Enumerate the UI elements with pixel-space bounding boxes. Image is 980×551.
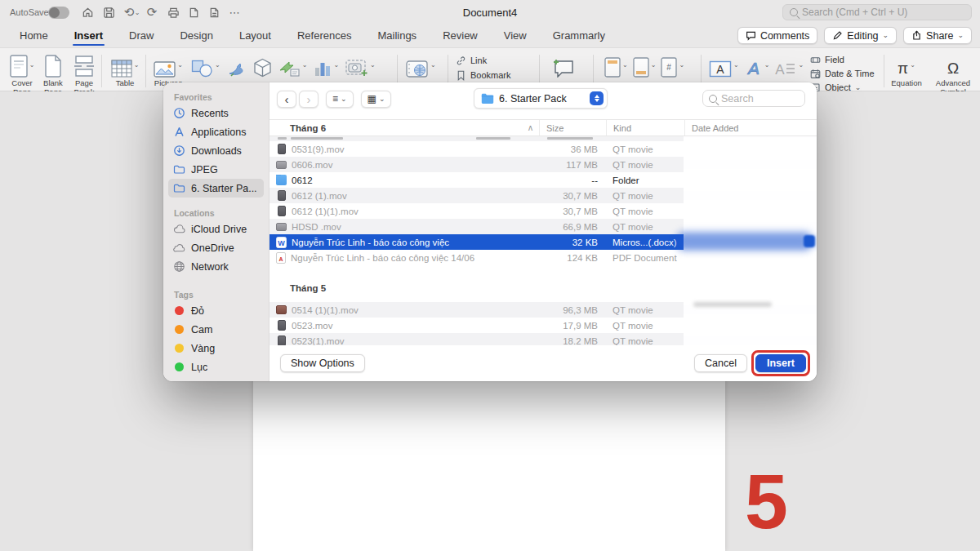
tab-design[interactable]: Design bbox=[167, 25, 225, 47]
word-doc-icon: W bbox=[276, 237, 287, 248]
page-break-button[interactable]: Page Break bbox=[69, 51, 100, 97]
column-header-date-added[interactable]: Date Added bbox=[684, 120, 817, 136]
sidebar-tag-đỏ[interactable]: Đỏ bbox=[168, 301, 264, 320]
tab-view[interactable]: View bbox=[491, 25, 540, 47]
icloud-icon bbox=[173, 223, 185, 235]
column-headers: Tháng 6ᴧ Size Kind Date Added bbox=[270, 119, 817, 136]
file-size: 117 MB bbox=[539, 160, 606, 170]
editing-label: Editing bbox=[847, 30, 878, 42]
step-number-annotation: 5 bbox=[745, 457, 788, 546]
cube-icon bbox=[253, 58, 272, 78]
tab-references[interactable]: References bbox=[284, 25, 364, 47]
shapes-icon bbox=[191, 60, 213, 78]
column-header-size[interactable]: Size bbox=[539, 120, 606, 136]
advanced-symbol-button[interactable]: Ω Advanced Symbol bbox=[933, 51, 973, 97]
chart-button[interactable]: ⌄ bbox=[314, 51, 339, 78]
tab-insert[interactable]: Insert bbox=[61, 25, 116, 47]
chevron-down-icon: ⌄ bbox=[855, 84, 862, 91]
file-list: 0531(9).mov36 MBQT movie0606.mov117 MBQT… bbox=[270, 136, 817, 345]
folder-dropdown[interactable]: 6. Starter Pack bbox=[474, 88, 608, 109]
shapes-button[interactable]: ⌄ bbox=[191, 51, 220, 78]
sidebar-item-downloads[interactable]: Downloads bbox=[168, 141, 264, 160]
back-button[interactable]: ‹ bbox=[277, 91, 296, 108]
bookmark-button[interactable]: Bookmark bbox=[456, 69, 511, 82]
column-header-name[interactable]: Tháng 6ᴧ bbox=[270, 123, 539, 133]
video-file-icon bbox=[276, 223, 287, 231]
blank-page-button[interactable]: Blank Page bbox=[38, 51, 69, 97]
comment-group bbox=[552, 51, 575, 78]
sidebar-item-label: Downloads bbox=[191, 145, 242, 157]
drop-cap-button[interactable]: A⌄ bbox=[775, 51, 804, 78]
editing-button[interactable]: Editing ⌄ bbox=[824, 27, 897, 44]
folder-icon bbox=[173, 163, 185, 176]
tab-review[interactable]: Review bbox=[430, 25, 491, 47]
tab-home[interactable]: Home bbox=[7, 25, 61, 47]
sidebar-item-label: JPEG bbox=[191, 164, 218, 176]
new-comment-button[interactable] bbox=[552, 51, 575, 78]
show-options-button[interactable]: Show Options bbox=[280, 354, 365, 372]
search-input[interactable]: Search (Cmd + Ctrl + U) bbox=[782, 4, 972, 20]
sidebar-item-jpeg[interactable]: JPEG bbox=[168, 160, 264, 179]
clock-icon bbox=[173, 107, 185, 119]
file-name: 0523(1).mov bbox=[292, 336, 345, 346]
file-name: HDSD .mov bbox=[292, 222, 341, 232]
file-kind: QT movie bbox=[606, 144, 684, 154]
tab-mailings[interactable]: Mailings bbox=[364, 25, 430, 47]
footer-button[interactable]: ⌄ bbox=[633, 51, 657, 78]
sidebar-item-onedrive[interactable]: OneDrive bbox=[168, 238, 264, 257]
dialog-search-input[interactable]: Search bbox=[702, 90, 805, 107]
icons-button[interactable] bbox=[227, 51, 247, 78]
file-size: 30,7 MB bbox=[539, 191, 606, 201]
header-button[interactable]: ⌄ bbox=[604, 51, 628, 78]
cancel-button[interactable]: Cancel bbox=[694, 354, 747, 372]
table-icon bbox=[111, 60, 132, 78]
file-size: 124 KB bbox=[539, 253, 606, 263]
grid-view-icon: ▦ bbox=[368, 93, 376, 104]
field-button[interactable]: Field bbox=[810, 53, 875, 66]
dialog-toolbar: ‹ › ≡⌄ ▦⌄ 6. Starter Pack Search bbox=[270, 82, 817, 115]
sidebar-item-icloud-drive[interactable]: iCloud Drive bbox=[168, 220, 264, 238]
tab-grammarly[interactable]: Grammarly bbox=[540, 25, 618, 47]
screenshot-button[interactable]: ⌄ bbox=[345, 51, 376, 78]
sidebar-tag-lục[interactable]: Lục bbox=[168, 358, 264, 376]
column-header-kind[interactable]: Kind bbox=[606, 120, 684, 136]
file-name: 0514 (1)(1).mov bbox=[292, 305, 359, 315]
grid-view-button[interactable]: ▦⌄ bbox=[361, 91, 392, 108]
file-name: 0612 (1).mov bbox=[292, 191, 347, 201]
wordart-button[interactable]: A⌄ bbox=[745, 51, 770, 78]
list-view-button[interactable]: ≡⌄ bbox=[326, 91, 354, 108]
sidebar-tag-vàng[interactable]: Vàng bbox=[168, 339, 264, 358]
forward-button[interactable]: › bbox=[299, 91, 318, 108]
sidebar-item-recents[interactable]: Recents bbox=[168, 104, 264, 122]
date-time-button[interactable]: Date & Time bbox=[810, 67, 875, 80]
cover-page-button[interactable]: ⌄ Cover Page bbox=[7, 51, 38, 97]
share-button[interactable]: Share ⌄ bbox=[903, 27, 972, 44]
equation-button[interactable]: π⌄ Equation bbox=[889, 51, 924, 97]
tab-draw[interactable]: Draw bbox=[116, 25, 167, 47]
table-button[interactable]: ⌄ Table bbox=[108, 51, 142, 88]
cover-page-icon bbox=[10, 55, 28, 78]
sidebar-tag-cam[interactable]: Cam bbox=[168, 320, 264, 339]
insert-button[interactable]: Insert bbox=[755, 354, 806, 372]
locations-list: iCloud DriveOneDriveNetwork bbox=[163, 220, 269, 276]
onedrive-icon bbox=[173, 242, 185, 254]
link-button[interactable]: Link bbox=[456, 54, 511, 67]
file-kind: Folder bbox=[606, 176, 684, 185]
sidebar-item-6-starter-pa-[interactable]: 6. Starter Pa... bbox=[168, 179, 264, 198]
chevron-down-icon: ⌄ bbox=[883, 32, 889, 39]
sidebar-item-applications[interactable]: Applications bbox=[168, 122, 264, 141]
new-comment-icon bbox=[552, 58, 575, 78]
sidebar-tag-lam[interactable]: Lam bbox=[168, 376, 264, 381]
3d-models-button[interactable] bbox=[253, 51, 272, 78]
online-video-button[interactable]: ⌄ bbox=[406, 51, 436, 78]
advanced-symbol-icon: Ω bbox=[947, 60, 959, 78]
comments-button[interactable]: Comments bbox=[737, 27, 817, 44]
sidebar-item-network[interactable]: Network bbox=[168, 257, 264, 276]
smartart-button[interactable]: ⌄ bbox=[278, 51, 308, 78]
text-box-button[interactable]: A⌄ bbox=[709, 51, 739, 78]
page-number-button[interactable]: #⌄ bbox=[661, 51, 684, 78]
tab-layout[interactable]: Layout bbox=[226, 25, 284, 47]
file-kind: PDF Document bbox=[606, 253, 684, 263]
file-name: Nguyễn Trúc Linh - báo cáo công việc bbox=[292, 238, 449, 247]
favorites-list: RecentsApplicationsDownloadsJPEG6. Start… bbox=[163, 104, 269, 198]
